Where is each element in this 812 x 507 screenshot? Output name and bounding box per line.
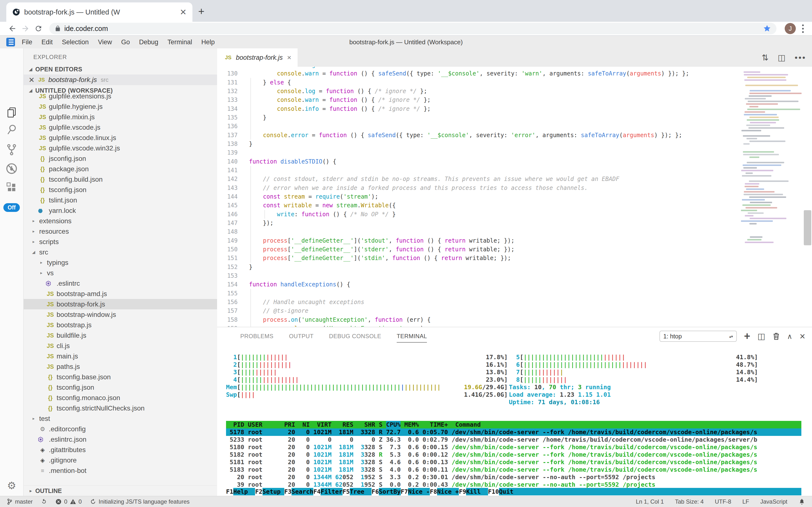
fkey-label-Setup[interactable]: Setup	[262, 488, 284, 495]
status-javascript[interactable]: JavaScript	[760, 498, 787, 505]
browser-tab[interactable]: bootstrap-fork.js — Untitled (W ✕	[6, 2, 192, 22]
code-line-159[interactable]: 159 console.error('Uncaught Exception: '…	[217, 324, 812, 327]
code-line-147[interactable]: 147 });	[217, 219, 812, 227]
code-line-146[interactable]: 146 write: function () { /* No OP */ }	[217, 210, 812, 219]
tree-item-src[interactable]: ◢src	[24, 247, 217, 258]
code-line-153[interactable]: 153	[217, 271, 812, 280]
chevron-expanded-icon[interactable]: ◢	[29, 249, 38, 255]
new-terminal-icon[interactable]: +	[744, 330, 750, 342]
search-icon[interactable]	[0, 124, 23, 136]
tree-item-test[interactable]: ▸test	[24, 413, 217, 424]
tree-item-resources[interactable]: ▸resources	[24, 226, 217, 237]
tree-item-typings[interactable]: ▸typings	[24, 258, 217, 268]
fkey-F7[interactable]: F7	[401, 488, 408, 495]
fkey-F8[interactable]: F8	[430, 488, 437, 495]
back-button[interactable]	[6, 22, 19, 35]
tree-item-package.json[interactable]: {}package.json	[24, 164, 217, 174]
tree-item-bootstrap-window.js[interactable]: JSbootstrap-window.js	[24, 309, 217, 320]
fkey-F3[interactable]: F3	[284, 488, 292, 495]
menu-go[interactable]: Go	[121, 39, 130, 46]
close-icon[interactable]: ✕	[28, 76, 37, 84]
tree-item-paths.js[interactable]: JSpaths.js	[24, 361, 217, 372]
menu-edit[interactable]: Edit	[42, 39, 53, 46]
minimap[interactable]	[741, 67, 802, 327]
status-badge-off[interactable]: Off	[3, 203, 20, 212]
panel-tab-output[interactable]: OUTPUT	[289, 327, 314, 345]
tree-item-scripts[interactable]: ▸scripts	[24, 237, 217, 247]
code-line-133[interactable]: 133 console.warn = function () { /* igno…	[217, 96, 812, 104]
tree-item-bootstrap.js[interactable]: JSbootstrap.js	[24, 320, 217, 330]
code-line-130[interactable]: 130 console.warn = function () { safeSen…	[217, 69, 812, 78]
sync-indicator[interactable]	[41, 499, 47, 505]
tree-item-gulpfile.vscode.js[interactable]: JSgulpfile.vscode.js	[24, 122, 217, 132]
htop-process-row[interactable]: 20 root 20 0 1344M 62052 1952 S 3.3 0.2 …	[226, 473, 801, 481]
fkey-F1[interactable]: F1	[226, 488, 233, 495]
status-ln-1-col-1[interactable]: Ln 1, Col 1	[636, 498, 664, 505]
terminal-htop[interactable]: 1[|||||||||||||17.8%] 2[||||||||||||||16…	[217, 345, 812, 496]
fkey-F6[interactable]: F6	[372, 488, 379, 495]
notifications-bell-icon[interactable]	[799, 498, 805, 505]
panel-tab-problems[interactable]: PROBLEMS	[240, 327, 273, 345]
code-line-143[interactable]: 143 // error when we are inside a forked…	[217, 184, 812, 192]
code-line-135[interactable]: 135 }	[217, 113, 812, 122]
sync-editors-icon[interactable]: ⇅	[762, 53, 769, 62]
chevron-collapsed-icon[interactable]: ▸	[29, 416, 38, 421]
htop-process-row[interactable]: 39 root 20 0 1344M 62052 1952 S 0.0 0.2 …	[226, 481, 801, 488]
fkey-label-SortBy[interactable]: SortBy	[379, 488, 400, 495]
code-line-131[interactable]: 131 } else {	[217, 78, 812, 87]
code-line-144[interactable]: 144 const stream = require('stream');	[217, 192, 812, 201]
code-line-140[interactable]: 140function disableSTDIO() {	[217, 157, 812, 166]
app-logo-icon[interactable]	[6, 38, 15, 47]
code-line-158[interactable]: 158 process.on('uncaughtException', func…	[217, 316, 812, 324]
tree-item-.eslintrc[interactable]: .eslintrc	[24, 278, 217, 289]
menu-view[interactable]: View	[98, 39, 112, 46]
htop-process-row[interactable]: 5181 root 20 0 1021M 181M 3328 S 4.6 0.6…	[226, 458, 801, 466]
code-line-136[interactable]: 136	[217, 122, 812, 131]
tree-item-.gitignore[interactable]: ◈.gitignore	[24, 455, 217, 465]
fkey-label-Nice +[interactable]: Nice +	[437, 488, 459, 495]
code-line-152[interactable]: 152}	[217, 263, 812, 271]
fkey-label-Search[interactable]: Search	[292, 488, 313, 495]
menu-debug[interactable]: Debug	[139, 39, 158, 46]
panel-tab-terminal[interactable]: TERMINAL	[397, 327, 427, 345]
menu-selection[interactable]: Selection	[62, 39, 89, 46]
htop-process-row[interactable]: 5183 root 20 0 1021M 181M 3328 S 4.0 0.6…	[226, 466, 801, 473]
problems-indicator[interactable]: 0 0	[55, 498, 82, 505]
avatar[interactable]: J	[785, 23, 796, 34]
htop-process-row[interactable]: 5180 root 20 0 1021M 181M 3328 S 7.3 0.6…	[226, 443, 801, 451]
fkey-label-Nice -[interactable]: Nice -	[408, 488, 430, 495]
explorer-icon[interactable]	[0, 106, 23, 118]
fkey-label-Quit[interactable]: Quit	[499, 488, 513, 495]
tree-item-tsconfig.json[interactable]: {}tsconfig.json	[24, 382, 217, 393]
tree-item-.mention-bot[interactable]: ≡.mention-bot	[24, 465, 217, 476]
status-lf[interactable]: LF	[742, 498, 749, 505]
split-terminal-icon[interactable]: ◫	[758, 331, 765, 341]
menu-file[interactable]: File	[22, 39, 33, 46]
menu-terminal[interactable]: Terminal	[168, 39, 192, 46]
tree-item-.gitattributes[interactable]: ◈.gitattributes	[24, 445, 217, 455]
code-line-134[interactable]: 134 console.info = function () { /* igno…	[217, 105, 812, 113]
fkey-label-Tree[interactable]: Tree	[350, 488, 372, 495]
code-editor[interactable]: 129 console.log130 console.warn = functi…	[217, 67, 812, 327]
close-panel-icon[interactable]: ×	[800, 331, 805, 342]
tree-item-vs[interactable]: ▸vs	[24, 268, 217, 278]
tree-item-tsconfig.build.json[interactable]: {}tsconfig.build.json	[24, 174, 217, 184]
chevron-collapsed-icon[interactable]: ▸	[29, 239, 38, 244]
tree-item-tsconfig.monaco.json[interactable]: {}tsconfig.monaco.json	[24, 393, 217, 403]
section-open-editors[interactable]: ◢OPEN EDITORS	[24, 64, 217, 74]
panel-tab-debug-console[interactable]: DEBUG CONSOLE	[329, 327, 381, 345]
url-bar[interactable]: ide.coder.com	[49, 23, 776, 34]
fkey-F10[interactable]: F10	[488, 488, 499, 495]
tree-item-gulpfile.hygiene.js[interactable]: JSgulpfile.hygiene.js	[24, 101, 217, 112]
code-line-139[interactable]: 139	[217, 148, 812, 157]
fkey-F9[interactable]: F9	[459, 488, 466, 495]
tree-item-tsconfig.strictNullChecks.json[interactable]: {}tsconfig.strictNullChecks.json	[24, 403, 217, 413]
code-line-149[interactable]: 149 process['__defineGetter__']('stdout'…	[217, 236, 812, 245]
terminal-select[interactable]: 1: htop ▴▾	[660, 331, 737, 342]
htop-table-header[interactable]: PID USER PRI NI VIRT RES SHR S CPU% MEM%…	[226, 421, 801, 429]
tree-item-bootstrap-amd.js[interactable]: JSbootstrap-amd.js	[24, 289, 217, 299]
tree-item-extensions[interactable]: ▸extensions	[24, 216, 217, 226]
tree-item-gulpfile.extensions.js[interactable]: JSgulpfile.extensions.js	[24, 91, 217, 101]
tree-item-buildfile.js[interactable]: JSbuildfile.js	[24, 330, 217, 341]
browser-menu-icon[interactable]	[800, 24, 806, 33]
